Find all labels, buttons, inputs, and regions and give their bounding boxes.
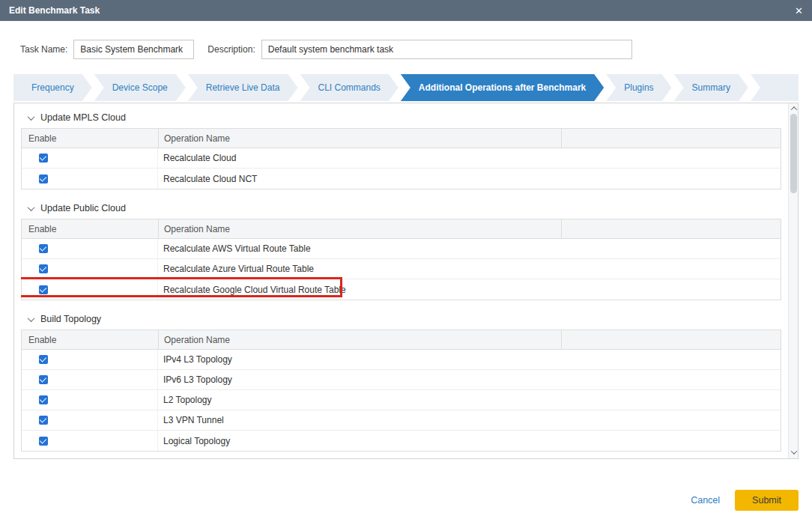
chevron-down-icon [28, 113, 35, 121]
tab-cli-commands[interactable]: CLI Commands [300, 74, 398, 101]
column-header-extra [561, 219, 781, 238]
description-input[interactable] [261, 40, 632, 59]
section-build-topology: Build Topology Enable Operation Name IPv… [21, 314, 781, 452]
column-header-operation-name: Operation Name [158, 219, 561, 238]
enable-checkbox[interactable] [39, 375, 48, 384]
section-header[interactable]: Update MPLS Cloud [28, 112, 781, 123]
operations-table: Enable Operation Name Recalculate AWS Vi… [21, 219, 781, 300]
enable-checkbox[interactable] [39, 154, 48, 163]
enable-cell [22, 279, 158, 300]
operation-name: IPv4 L3 Topology [158, 354, 561, 365]
table-header: Enable Operation Name [22, 129, 781, 148]
table-row: Recalculate Azure Virtual Route Table [22, 259, 781, 279]
tab-label: Retrieve Live Data [206, 82, 280, 93]
tab-label: CLI Commands [318, 82, 380, 93]
enable-checkbox[interactable] [39, 174, 48, 183]
table-row: L2 Topology [22, 390, 781, 410]
enable-checkbox[interactable] [39, 395, 48, 404]
enable-cell [22, 239, 158, 258]
scroll-down-icon[interactable] [789, 448, 799, 457]
description-label: Description: [207, 44, 255, 55]
operations-table: Enable Operation Name Recalculate Cloud … [21, 128, 781, 189]
operation-name: Recalculate Azure Virtual Route Table [158, 264, 561, 274]
chevron-down-icon [28, 315, 35, 322]
tab-bar: Frequency Device Scope Retrieve Live Dat… [13, 74, 799, 101]
tab-label: Device Scope [112, 82, 168, 93]
operation-name: L3 VPN Tunnel [158, 415, 561, 425]
tab-additional-operations-after-benchmark[interactable]: Additional Operations after Benchmark [401, 74, 604, 101]
enable-cell [22, 148, 158, 168]
section-update-public-cloud: Update Public Cloud Enable Operation Nam… [21, 203, 781, 300]
task-name-label: Task Name: [20, 44, 67, 55]
dialog-footer: Cancel Submit [0, 490, 799, 511]
section-header[interactable]: Update Public Cloud [28, 203, 781, 213]
tab-label: Additional Operations after Benchmark [419, 82, 586, 93]
enable-cell [22, 259, 158, 279]
enable-checkbox[interactable] [39, 416, 48, 425]
tab-device-scope[interactable]: Device Scope [94, 74, 186, 101]
enable-cell [22, 370, 158, 389]
tab-frequency[interactable]: Frequency [13, 74, 92, 101]
dialog-title: Edit Benchmark Task [9, 5, 100, 16]
sections: Update MPLS Cloud Enable Operation Name … [21, 106, 781, 458]
tab-label: Plugins [624, 82, 653, 93]
enable-checkbox[interactable] [39, 244, 48, 253]
tab-summary[interactable]: Summary [674, 74, 748, 101]
operation-name: Recalculate Cloud NCT [158, 174, 561, 184]
column-header-extra [561, 330, 781, 349]
table-header: Enable Operation Name [22, 219, 781, 239]
tab-retrieve-live-data[interactable]: Retrieve Live Data [188, 74, 298, 101]
table-row: Logical Topology [22, 431, 781, 451]
section-title: Update MPLS Cloud [40, 112, 126, 123]
tab-plugins[interactable]: Plugins [606, 74, 671, 101]
task-form-row: Task Name: Description: [20, 40, 799, 59]
task-name-input[interactable] [73, 40, 194, 59]
table-body: Recalculate AWS Virtual Route Table Reca… [22, 239, 781, 300]
chevron-down-icon [28, 204, 35, 211]
scrollbar-thumb[interactable] [790, 114, 797, 193]
enable-checkbox[interactable] [39, 285, 48, 294]
table-body: IPv4 L3 Topology IPv6 L3 Topology L2 Top… [22, 350, 781, 451]
scroll-up-icon[interactable] [789, 104, 799, 113]
column-header-enable: Enable [22, 133, 158, 144]
operation-name: Recalculate Cloud [158, 153, 561, 163]
cancel-button[interactable]: Cancel [691, 495, 720, 506]
column-header-operation-name: Operation Name [158, 330, 561, 349]
table-body: Recalculate Cloud Recalculate Cloud NCT [22, 148, 781, 189]
table-row: Recalculate AWS Virtual Route Table [22, 239, 781, 259]
close-icon[interactable]: ✕ [795, 6, 803, 16]
enable-checkbox[interactable] [39, 437, 48, 446]
column-header-enable: Enable [22, 224, 158, 234]
table-header: Enable Operation Name [22, 330, 781, 350]
table-row: Recalculate Cloud [22, 148, 781, 169]
enable-checkbox[interactable] [39, 264, 48, 273]
table-row: Recalculate Google Cloud Virtual Route T… [22, 279, 781, 300]
enable-cell [22, 169, 158, 189]
column-header-operation-name: Operation Name [158, 129, 561, 148]
tab-label: Summary [692, 82, 730, 93]
operation-name: Recalculate AWS Virtual Route Table [158, 243, 561, 254]
dialog-titlebar: Edit Benchmark Task ✕ [0, 0, 812, 21]
table-row: IPv4 L3 Topology [22, 350, 781, 370]
operation-name: IPv6 L3 Topology [158, 374, 561, 385]
enable-cell [22, 431, 158, 451]
section-title: Update Public Cloud [40, 203, 126, 213]
column-header-extra [561, 129, 781, 148]
tab-bar-filler [751, 74, 799, 101]
scrollbar[interactable] [788, 103, 798, 458]
table-row: IPv6 L3 Topology [22, 370, 781, 390]
enable-cell [22, 350, 158, 369]
column-header-enable: Enable [22, 335, 158, 345]
enable-cell [22, 410, 158, 430]
operations-table: Enable Operation Name IPv4 L3 Topology I… [21, 330, 781, 452]
section-header[interactable]: Build Topology [28, 314, 781, 324]
table-row: L3 VPN Tunnel [22, 410, 781, 431]
operations-panel: Update MPLS Cloud Enable Operation Name … [13, 103, 799, 459]
enable-checkbox[interactable] [39, 355, 48, 364]
section-update-mpls-cloud: Update MPLS Cloud Enable Operation Name … [21, 112, 781, 189]
operation-name: L2 Topology [158, 395, 561, 405]
enable-cell [22, 390, 158, 410]
submit-button[interactable]: Submit [735, 490, 799, 511]
operation-name: Recalculate Google Cloud Virtual Route T… [158, 285, 561, 295]
tab-label: Frequency [31, 82, 74, 93]
